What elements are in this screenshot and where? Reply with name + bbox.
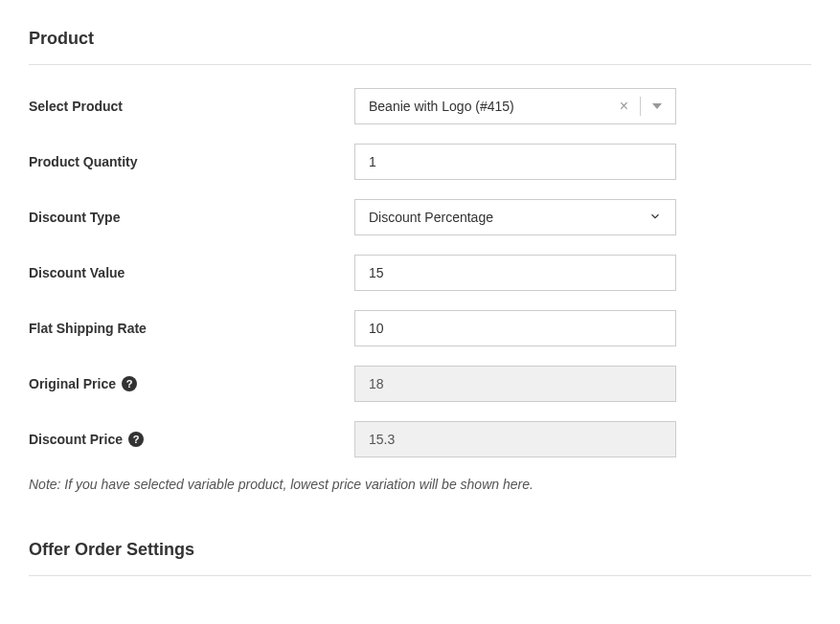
product-quantity-input[interactable] bbox=[354, 144, 676, 180]
row-select-product: Select Product Beanie with Logo (#415) × bbox=[29, 88, 811, 124]
clear-icon[interactable]: × bbox=[614, 99, 634, 114]
discount-price-input bbox=[354, 421, 676, 457]
row-discount-value: Discount Value bbox=[29, 255, 811, 291]
row-discount-type: Discount Type Discount Percentage bbox=[29, 199, 811, 235]
label-discount-value: Discount Value bbox=[29, 265, 354, 280]
select-product-value: Beanie with Logo (#415) bbox=[369, 99, 614, 114]
label-discount-type: Discount Type bbox=[29, 210, 354, 225]
note-text: Note: If you have selected variable prod… bbox=[29, 477, 811, 492]
label-discount-price-text: Discount Price bbox=[29, 432, 123, 447]
label-original-price-text: Original Price bbox=[29, 376, 116, 391]
section-title-offer-order: Offer Order Settings bbox=[29, 540, 811, 576]
select-product-dropdown[interactable]: Beanie with Logo (#415) × bbox=[354, 88, 676, 124]
row-product-quantity: Product Quantity bbox=[29, 144, 811, 180]
section-title-product: Product bbox=[29, 29, 811, 65]
original-price-input bbox=[354, 366, 676, 402]
label-product-quantity: Product Quantity bbox=[29, 154, 354, 169]
label-original-price: Original Price ? bbox=[29, 376, 354, 391]
row-flat-shipping: Flat Shipping Rate bbox=[29, 310, 811, 346]
label-select-product: Select Product bbox=[29, 99, 354, 114]
discount-value-input[interactable] bbox=[354, 255, 676, 291]
label-discount-price: Discount Price ? bbox=[29, 432, 354, 447]
product-section: Product Select Product Beanie with Logo … bbox=[29, 29, 811, 576]
flat-shipping-input[interactable] bbox=[354, 310, 676, 346]
chevron-down-icon bbox=[648, 210, 662, 226]
help-icon[interactable]: ? bbox=[122, 376, 137, 391]
divider bbox=[640, 97, 641, 116]
row-original-price: Original Price ? bbox=[29, 366, 811, 402]
discount-type-dropdown[interactable]: Discount Percentage bbox=[354, 199, 676, 235]
row-discount-price: Discount Price ? bbox=[29, 421, 811, 457]
help-icon[interactable]: ? bbox=[128, 432, 144, 447]
chevron-down-icon bbox=[652, 103, 662, 109]
label-flat-shipping: Flat Shipping Rate bbox=[29, 321, 354, 336]
discount-type-value: Discount Percentage bbox=[369, 210, 648, 225]
